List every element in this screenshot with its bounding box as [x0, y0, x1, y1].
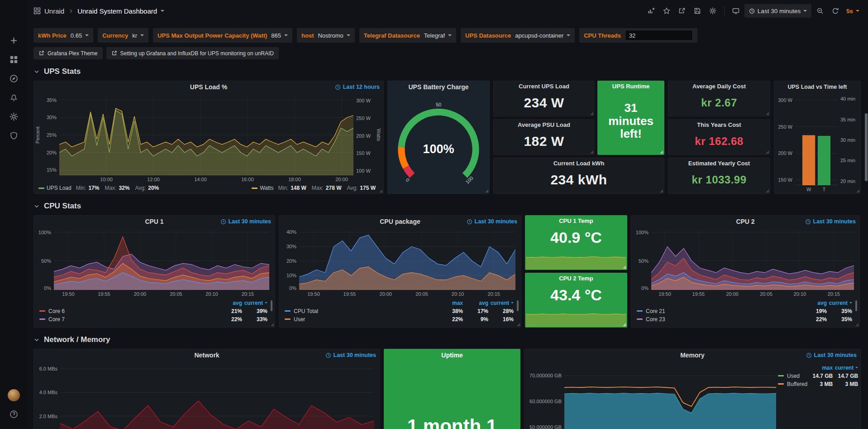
panel-title[interactable]: Average PSU Load: [518, 121, 570, 128]
cpu1-chart[interactable]: [54, 229, 269, 290]
row-header-network-memory[interactable]: Network / Memory: [33, 334, 862, 346]
legend-series-core-21[interactable]: Core 21: [637, 307, 801, 315]
dashboard-link-grafana-plex-theme[interactable]: Grafana Plex Theme: [33, 47, 103, 59]
legend-series-cpu-total[interactable]: CPU Total: [285, 307, 438, 315]
legend-scrollbar[interactable]: [855, 300, 857, 311]
panel-resize-handle[interactable]: [660, 150, 663, 154]
dashboard-grid-icon[interactable]: [33, 7, 41, 14]
panel-title[interactable]: CPU 2: [736, 218, 754, 225]
row-header-cpu-stats[interactable]: CPU Stats: [33, 200, 862, 212]
panel-resize-handle[interactable]: [623, 323, 626, 326]
panel-title[interactable]: Average Daily Cost: [692, 83, 746, 90]
breadcrumb-dashboard-title[interactable]: Unraid System Dashboard: [77, 7, 157, 15]
star-dashboard-button[interactable]: [660, 4, 673, 18]
save-dashboard-button[interactable]: [691, 4, 704, 18]
panel-title[interactable]: Uptime: [441, 352, 463, 359]
legend-sort-avg[interactable]: avg: [217, 299, 242, 307]
panel-title[interactable]: Memory: [680, 352, 705, 359]
ups-bar-chart[interactable]: [795, 95, 838, 185]
legend-series-used[interactable]: Used: [778, 372, 807, 380]
legend-series-buffered[interactable]: Buffered: [778, 380, 807, 388]
legend-sort-avg[interactable]: avg: [801, 299, 827, 307]
legend-series-core-23[interactable]: Core 23: [637, 315, 801, 323]
panel-title[interactable]: UPS Runtime: [612, 83, 649, 90]
panel-title[interactable]: Estimated Yearly Cost: [688, 160, 750, 167]
variable-value-ups-max-output-power-capacity-watt[interactable]: 865: [271, 32, 288, 39]
variable-input-cpu-threads[interactable]: [625, 30, 693, 41]
legend-sort-max[interactable]: max: [438, 299, 463, 307]
legend-scrollbar[interactable]: [271, 300, 272, 311]
memory-chart[interactable]: [564, 363, 776, 429]
panel-resize-handle[interactable]: [623, 265, 626, 269]
panel-resize-handle[interactable]: [766, 150, 769, 154]
panel-resize-handle[interactable]: [517, 323, 520, 326]
sidebar-item-help[interactable]: [0, 405, 27, 424]
sidebar-item-explore[interactable]: [0, 69, 27, 88]
variable-value-currency[interactable]: kr: [132, 32, 144, 39]
ups-load-chart[interactable]: [59, 95, 353, 175]
variable-value-telegraf-datasource[interactable]: Telegraf: [424, 32, 452, 39]
panel-title[interactable]: CPU 1: [145, 218, 163, 225]
panel-title[interactable]: CPU package: [380, 218, 420, 225]
zoom-out-time-button[interactable]: [813, 4, 827, 18]
dashboard-link-setting-up-grafana-and-influxdb-for-ups-monitoring-on-unraid[interactable]: Setting up Grafana and InfluxDB for UPS …: [106, 47, 279, 59]
sidebar-item-alerting[interactable]: [0, 88, 27, 107]
divider: [724, 6, 725, 15]
legend-series-ups-load[interactable]: UPS LoadMin:17%Max:32%Avg:20%: [38, 185, 162, 191]
caret-down-icon[interactable]: [161, 10, 164, 12]
panel-resize-handle[interactable]: [379, 189, 382, 193]
panel-resize-handle[interactable]: [856, 189, 859, 193]
panel-resize-handle[interactable]: [766, 189, 769, 193]
user-profile[interactable]: [0, 386, 27, 405]
panel-title[interactable]: UPS Load vs Time left: [787, 84, 847, 90]
panel-title[interactable]: Network: [194, 352, 219, 359]
panel-title[interactable]: UPS Load %: [190, 83, 227, 91]
legend-sort-current[interactable]: current: [833, 364, 858, 371]
legend-sort-current[interactable]: current: [488, 299, 514, 307]
legend-sort-avg[interactable]: avg: [463, 299, 488, 307]
panel-resize-handle[interactable]: [855, 323, 858, 326]
panel-resize-handle[interactable]: [660, 189, 663, 193]
legend-series-watts[interactable]: WattsMin:148 WMax:278 WAvg:175 W: [252, 185, 379, 191]
add-panel-button[interactable]: [644, 4, 658, 18]
network-chart[interactable]: [60, 363, 374, 429]
cycle-view-button[interactable]: [729, 4, 743, 18]
panel-resize-handle[interactable]: [766, 112, 769, 115]
legend-series-core-6[interactable]: Core 6: [39, 307, 217, 315]
panel-resize-handle[interactable]: [485, 189, 488, 193]
panel-resize-handle[interactable]: [590, 112, 593, 115]
refresh-button[interactable]: [829, 4, 842, 18]
sidebar-item-server-admin[interactable]: [0, 126, 27, 145]
variable-value-host[interactable]: Nostromo: [318, 32, 350, 39]
legend-sort-max[interactable]: max: [807, 364, 833, 371]
cpu2-chart[interactable]: [651, 229, 854, 290]
legend-series-user[interactable]: User: [285, 315, 438, 323]
dashboard-settings-button[interactable]: [706, 4, 720, 18]
legend-scrollbar[interactable]: [517, 300, 519, 311]
panel-title[interactable]: This Years Cost: [697, 121, 741, 128]
panel-resize-handle[interactable]: [271, 323, 274, 326]
page-scrollbar-thumb[interactable]: [865, 113, 868, 181]
panel-title[interactable]: Current UPS Load: [519, 83, 569, 90]
panel-title[interactable]: UPS Battery Charge: [408, 83, 468, 91]
legend-series-core-7[interactable]: Core 7: [39, 315, 217, 323]
refresh-interval-picker[interactable]: 5s: [844, 4, 862, 18]
legend-sort-current[interactable]: current: [242, 299, 267, 307]
time-range-picker[interactable]: Last 30 minutes: [744, 4, 811, 18]
grafana-logo[interactable]: [0, 0, 27, 24]
share-dashboard-button[interactable]: [675, 4, 689, 18]
sidebar-item-dashboards[interactable]: [0, 50, 27, 69]
panel-title[interactable]: CPU 1 Temp: [559, 217, 593, 224]
panel-title[interactable]: CPU 2 Temp: [559, 275, 593, 282]
battery-gauge[interactable]: 050100100%: [388, 93, 489, 193]
sidebar-item-configuration[interactable]: [0, 107, 27, 126]
sidebar-item-create[interactable]: [0, 31, 27, 50]
panel-resize-handle[interactable]: [590, 150, 593, 154]
panel-title[interactable]: Current Load kWh: [553, 160, 605, 167]
variable-value-ups-datasource[interactable]: apcupsd-container: [515, 32, 570, 39]
variable-value-kwh-price[interactable]: 0.65: [71, 32, 89, 39]
row-header-ups-stats[interactable]: UPS Stats: [33, 66, 862, 77]
legend-sort-current[interactable]: current: [827, 299, 852, 307]
cpu-package-chart[interactable]: [299, 229, 515, 290]
breadcrumb-folder[interactable]: Unraid: [44, 7, 64, 15]
